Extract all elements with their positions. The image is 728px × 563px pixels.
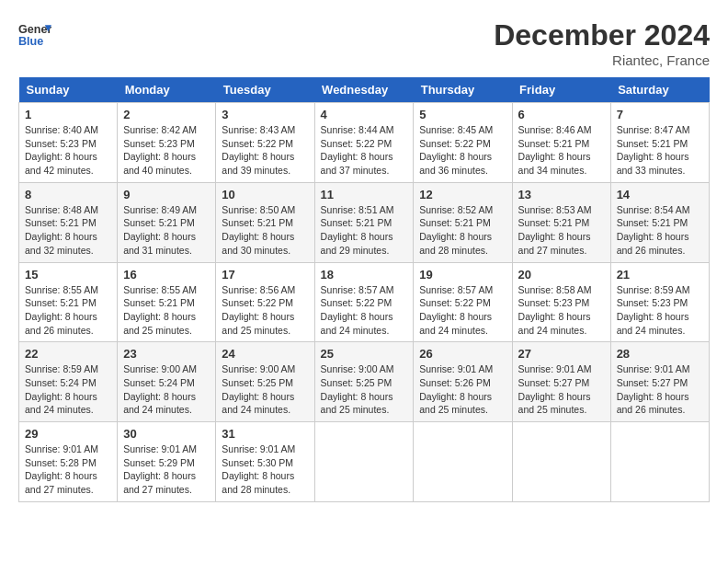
day-info: Sunrise: 8:44 AM Sunset: 5:22 PM Dayligh… xyxy=(321,123,408,178)
day-info: Sunrise: 8:58 AM Sunset: 5:23 PM Dayligh… xyxy=(518,283,605,338)
calendar-day-cell: 17 Sunrise: 8:56 AM Sunset: 5:22 PM Dayl… xyxy=(216,262,314,342)
day-info: Sunrise: 9:01 AM Sunset: 5:30 PM Dayligh… xyxy=(222,442,308,497)
month-year-title: December 2024 xyxy=(494,18,710,52)
day-info: Sunrise: 8:53 AM Sunset: 5:21 PM Dayligh… xyxy=(518,203,605,258)
day-info: Sunrise: 8:43 AM Sunset: 5:22 PM Dayligh… xyxy=(222,123,308,178)
day-number: 4 xyxy=(321,108,408,121)
day-info: Sunrise: 9:01 AM Sunset: 5:26 PM Dayligh… xyxy=(419,362,506,417)
day-number: 5 xyxy=(419,108,506,121)
calendar-day-cell: 28 Sunrise: 9:01 AM Sunset: 5:27 PM Dayl… xyxy=(610,342,709,422)
calendar-day-cell: 26 Sunrise: 9:01 AM Sunset: 5:26 PM Dayl… xyxy=(414,342,512,422)
calendar-day-cell: 7 Sunrise: 8:47 AM Sunset: 5:21 PM Dayli… xyxy=(610,103,709,183)
day-number: 24 xyxy=(222,347,308,361)
calendar-day-cell: 12 Sunrise: 8:52 AM Sunset: 5:21 PM Dayl… xyxy=(414,182,512,262)
day-info: Sunrise: 8:57 AM Sunset: 5:22 PM Dayligh… xyxy=(321,283,408,338)
calendar-day-cell: 13 Sunrise: 8:53 AM Sunset: 5:21 PM Dayl… xyxy=(512,182,610,262)
page-header: General Blue December 2024 Riantec, Fran… xyxy=(18,18,710,68)
svg-text:Blue: Blue xyxy=(18,35,43,48)
day-number: 9 xyxy=(123,188,210,201)
calendar-day-cell xyxy=(610,422,709,502)
day-number: 25 xyxy=(321,347,408,361)
day-number: 23 xyxy=(123,347,210,361)
calendar-day-cell: 15 Sunrise: 8:55 AM Sunset: 5:21 PM Dayl… xyxy=(19,262,118,342)
calendar-week-row: 15 Sunrise: 8:55 AM Sunset: 5:21 PM Dayl… xyxy=(19,262,710,342)
day-number: 19 xyxy=(419,268,506,282)
calendar-week-row: 8 Sunrise: 8:48 AM Sunset: 5:21 PM Dayli… xyxy=(19,182,710,262)
calendar-day-cell: 4 Sunrise: 8:44 AM Sunset: 5:22 PM Dayli… xyxy=(314,103,414,183)
calendar-day-cell: 30 Sunrise: 9:01 AM Sunset: 5:29 PM Dayl… xyxy=(118,422,216,502)
day-number: 29 xyxy=(25,427,111,441)
day-info: Sunrise: 9:01 AM Sunset: 5:28 PM Dayligh… xyxy=(25,442,111,497)
logo-icon: General Blue xyxy=(18,18,51,52)
weekday-header-cell: Thursday xyxy=(414,77,512,103)
location-label: Riantec, France xyxy=(494,52,710,68)
day-number: 15 xyxy=(25,268,111,282)
calendar-day-cell: 14 Sunrise: 8:54 AM Sunset: 5:21 PM Dayl… xyxy=(610,182,709,262)
day-number: 22 xyxy=(25,347,111,361)
day-number: 30 xyxy=(123,427,210,441)
day-info: Sunrise: 8:42 AM Sunset: 5:23 PM Dayligh… xyxy=(123,123,210,178)
day-info: Sunrise: 8:40 AM Sunset: 5:23 PM Dayligh… xyxy=(25,123,111,178)
calendar-week-row: 29 Sunrise: 9:01 AM Sunset: 5:28 PM Dayl… xyxy=(19,422,710,502)
weekday-header-cell: Tuesday xyxy=(216,77,314,103)
day-number: 20 xyxy=(518,268,605,282)
weekday-header-cell: Wednesday xyxy=(314,77,414,103)
day-info: Sunrise: 8:55 AM Sunset: 5:21 PM Dayligh… xyxy=(123,283,210,338)
day-info: Sunrise: 8:52 AM Sunset: 5:21 PM Dayligh… xyxy=(419,203,506,258)
weekday-header-cell: Saturday xyxy=(610,77,709,103)
calendar-day-cell: 23 Sunrise: 9:00 AM Sunset: 5:24 PM Dayl… xyxy=(118,342,216,422)
calendar-day-cell: 16 Sunrise: 8:55 AM Sunset: 5:21 PM Dayl… xyxy=(118,262,216,342)
day-number: 8 xyxy=(25,188,111,201)
calendar-table: SundayMondayTuesdayWednesdayThursdayFrid… xyxy=(18,77,710,502)
calendar-day-cell xyxy=(512,422,610,502)
day-info: Sunrise: 9:00 AM Sunset: 5:24 PM Dayligh… xyxy=(123,362,210,417)
day-info: Sunrise: 8:48 AM Sunset: 5:21 PM Dayligh… xyxy=(25,203,111,258)
calendar-day-cell: 11 Sunrise: 8:51 AM Sunset: 5:21 PM Dayl… xyxy=(314,182,414,262)
calendar-day-cell: 27 Sunrise: 9:01 AM Sunset: 5:27 PM Dayl… xyxy=(512,342,610,422)
calendar-day-cell: 3 Sunrise: 8:43 AM Sunset: 5:22 PM Dayli… xyxy=(216,103,314,183)
calendar-day-cell: 18 Sunrise: 8:57 AM Sunset: 5:22 PM Dayl… xyxy=(314,262,414,342)
day-info: Sunrise: 8:51 AM Sunset: 5:21 PM Dayligh… xyxy=(321,203,408,258)
day-number: 14 xyxy=(617,188,703,201)
day-info: Sunrise: 8:47 AM Sunset: 5:21 PM Dayligh… xyxy=(617,123,703,178)
calendar-day-cell xyxy=(314,422,414,502)
weekday-header-cell: Friday xyxy=(512,77,610,103)
day-info: Sunrise: 9:01 AM Sunset: 5:27 PM Dayligh… xyxy=(617,362,703,417)
day-info: Sunrise: 8:54 AM Sunset: 5:21 PM Dayligh… xyxy=(617,203,703,258)
day-number: 7 xyxy=(617,108,703,121)
day-number: 28 xyxy=(617,347,703,361)
day-number: 27 xyxy=(518,347,605,361)
calendar-day-cell: 2 Sunrise: 8:42 AM Sunset: 5:23 PM Dayli… xyxy=(118,103,216,183)
day-number: 2 xyxy=(123,108,210,121)
day-number: 16 xyxy=(123,268,210,282)
day-info: Sunrise: 8:55 AM Sunset: 5:21 PM Dayligh… xyxy=(25,283,111,338)
day-info: Sunrise: 8:56 AM Sunset: 5:22 PM Dayligh… xyxy=(222,283,308,338)
calendar-day-cell: 8 Sunrise: 8:48 AM Sunset: 5:21 PM Dayli… xyxy=(19,182,118,262)
day-info: Sunrise: 8:46 AM Sunset: 5:21 PM Dayligh… xyxy=(518,123,605,178)
day-number: 21 xyxy=(617,268,703,282)
calendar-day-cell: 19 Sunrise: 8:57 AM Sunset: 5:22 PM Dayl… xyxy=(414,262,512,342)
weekday-header-row: SundayMondayTuesdayWednesdayThursdayFrid… xyxy=(19,77,710,103)
day-number: 31 xyxy=(222,427,308,441)
calendar-body: 1 Sunrise: 8:40 AM Sunset: 5:23 PM Dayli… xyxy=(19,103,710,502)
day-number: 18 xyxy=(321,268,408,282)
calendar-day-cell: 24 Sunrise: 9:00 AM Sunset: 5:25 PM Dayl… xyxy=(216,342,314,422)
calendar-day-cell: 10 Sunrise: 8:50 AM Sunset: 5:21 PM Dayl… xyxy=(216,182,314,262)
day-number: 3 xyxy=(222,108,308,121)
day-number: 10 xyxy=(222,188,308,201)
calendar-week-row: 22 Sunrise: 8:59 AM Sunset: 5:24 PM Dayl… xyxy=(19,342,710,422)
day-info: Sunrise: 9:01 AM Sunset: 5:29 PM Dayligh… xyxy=(123,442,210,497)
day-number: 17 xyxy=(222,268,308,282)
day-number: 1 xyxy=(25,108,111,121)
day-info: Sunrise: 8:59 AM Sunset: 5:23 PM Dayligh… xyxy=(617,283,703,338)
calendar-day-cell: 1 Sunrise: 8:40 AM Sunset: 5:23 PM Dayli… xyxy=(19,103,118,183)
day-info: Sunrise: 9:01 AM Sunset: 5:27 PM Dayligh… xyxy=(518,362,605,417)
day-info: Sunrise: 8:49 AM Sunset: 5:21 PM Dayligh… xyxy=(123,203,210,258)
calendar-day-cell: 25 Sunrise: 9:00 AM Sunset: 5:25 PM Dayl… xyxy=(314,342,414,422)
calendar-day-cell: 21 Sunrise: 8:59 AM Sunset: 5:23 PM Dayl… xyxy=(610,262,709,342)
day-info: Sunrise: 8:50 AM Sunset: 5:21 PM Dayligh… xyxy=(222,203,308,258)
day-info: Sunrise: 9:00 AM Sunset: 5:25 PM Dayligh… xyxy=(222,362,308,417)
title-block: December 2024 Riantec, France xyxy=(494,18,710,68)
calendar-day-cell: 20 Sunrise: 8:58 AM Sunset: 5:23 PM Dayl… xyxy=(512,262,610,342)
day-info: Sunrise: 9:00 AM Sunset: 5:25 PM Dayligh… xyxy=(321,362,408,417)
